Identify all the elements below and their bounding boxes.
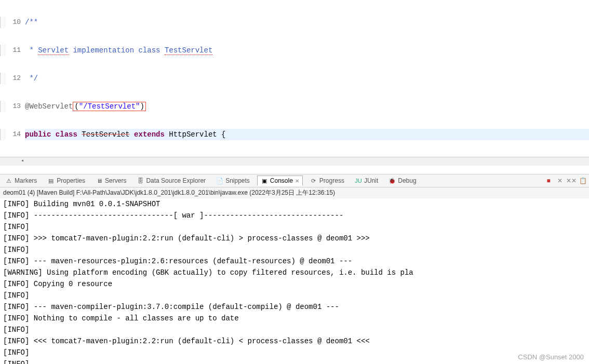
tab-properties[interactable]: ▤Properties xyxy=(44,176,88,185)
comment-mid: implementation class xyxy=(69,46,165,55)
word-servlet: Servlet xyxy=(38,46,69,55)
properties-icon: ▤ xyxy=(47,177,55,184)
tab-snippets[interactable]: 📄Snippets xyxy=(213,176,253,185)
tab-label: JUnit xyxy=(364,177,378,184)
servers-icon: 🖥 xyxy=(96,177,103,184)
junit-icon: JU xyxy=(355,177,362,184)
console-launch-info: deom01 (4) [Maven Build] F:\All-Path\Jav… xyxy=(0,187,589,198)
tab-label: Console xyxy=(270,177,293,184)
console-line: [INFO] xyxy=(3,290,586,301)
paren: ) xyxy=(140,102,144,111)
pin-icon[interactable]: 📋 xyxy=(579,177,587,185)
code-editor[interactable]: 10 /** 11 * Servlet implementation class… xyxy=(0,0,589,174)
console-line: [WARNING] Using platform encoding (GBK a… xyxy=(3,267,586,278)
console-line: [INFO] <<< tomcat7-maven-plugin:2.2:run … xyxy=(3,335,586,347)
gutter xyxy=(0,73,5,84)
line-number: 11 xyxy=(5,45,25,56)
word-testservlet: TestServlet xyxy=(165,46,212,55)
remove-launch-icon[interactable]: ✕ xyxy=(556,177,564,185)
line-number: 10 xyxy=(5,17,25,28)
classname: TestServlet xyxy=(82,130,129,139)
console-line: [INFO] >>> tomcat7-maven-plugin:2.2:run … xyxy=(3,233,586,244)
tab-markers[interactable]: ⚠Markers xyxy=(2,176,40,185)
console-line: [INFO] xyxy=(3,244,586,255)
tab-progress[interactable]: ⟳Progress xyxy=(307,176,347,185)
line-number: 12 xyxy=(5,73,25,84)
comment-prefix: * xyxy=(25,46,38,55)
database-icon: 🗄 xyxy=(137,177,144,184)
code-text: * Servlet implementation class TestServl… xyxy=(25,45,589,56)
tab-label: Servers xyxy=(105,177,126,184)
progress-icon: ⟳ xyxy=(310,177,317,184)
tab-data-source[interactable]: 🗄Data Source Explorer xyxy=(133,176,209,185)
console-line: [INFO] xyxy=(3,358,586,364)
code-text: /** xyxy=(25,17,589,28)
console-line: [INFO] Nothing to compile - all classes … xyxy=(3,313,586,324)
console-line: [INFO] --------------------------------[… xyxy=(3,210,586,221)
code-text: @WebServlet("/TestServlet") xyxy=(25,101,589,112)
tab-label: Markers xyxy=(15,177,37,184)
tab-console[interactable]: ▣Console ✕ xyxy=(257,176,303,186)
tab-servers[interactable]: 🖥Servers xyxy=(92,176,129,185)
tab-label: Debug xyxy=(398,177,416,184)
tab-label: Properties xyxy=(57,177,85,184)
terminate-icon[interactable]: ■ xyxy=(544,177,553,185)
close-icon[interactable]: ✕ xyxy=(295,178,299,184)
code-text: public class TestServlet extends HttpSer… xyxy=(25,129,589,140)
horizontal-scrollbar[interactable] xyxy=(0,157,589,166)
gutter xyxy=(0,17,5,28)
superclass: HttpServlet { xyxy=(169,130,225,139)
views-tab-bar: ⚠Markers ▤Properties 🖥Servers 🗄Data Sour… xyxy=(0,174,589,187)
annotation-webservlet: @WebServlet xyxy=(25,102,73,111)
kw-public: public xyxy=(25,130,51,139)
tab-label: Data Source Explorer xyxy=(146,177,206,184)
watermark: CSDN @Sunset 2000 xyxy=(518,353,584,361)
gutter xyxy=(0,45,5,56)
line-number: 13 xyxy=(5,101,25,112)
console-output[interactable]: [INFO] Building mvn01 0.0.1-SNAPSHOT[INF… xyxy=(0,198,589,364)
markers-icon: ⚠ xyxy=(5,177,12,184)
string-literal: "/TestServlet" xyxy=(79,102,140,111)
console-line: [INFO] xyxy=(3,324,586,335)
tab-label: Progress xyxy=(319,177,344,184)
highlight-box: ("/TestServlet") xyxy=(73,102,145,111)
kw-extends: extends xyxy=(134,130,165,139)
remove-all-icon[interactable]: ✕✕ xyxy=(567,177,575,185)
console-line: [INFO] xyxy=(3,347,586,358)
code-text: */ xyxy=(25,73,589,84)
line-number: 14 xyxy=(5,129,25,140)
tab-label: Snippets xyxy=(225,177,250,184)
gutter xyxy=(0,101,5,112)
console-line: [INFO] --- maven-compiler-plugin:3.7.0:c… xyxy=(3,301,586,313)
console-line: [INFO] Building mvn01 0.0.1-SNAPSHOT xyxy=(3,198,586,210)
kw-class: class xyxy=(56,130,77,139)
console-toolbar: ■ ✕ ✕✕ 📋 xyxy=(544,177,587,185)
snippets-icon: 📄 xyxy=(216,177,223,184)
console-line: [INFO] --- maven-resources-plugin:2.6:re… xyxy=(3,255,586,267)
console-icon: ▣ xyxy=(261,177,268,184)
gutter xyxy=(0,129,5,140)
bug-icon: 🐞 xyxy=(389,177,396,184)
tab-junit[interactable]: JUJUnit xyxy=(352,176,381,185)
console-line: [INFO] Copying 0 resource xyxy=(3,278,586,290)
comment-end: */ xyxy=(29,74,38,83)
paren: ( xyxy=(74,102,78,111)
console-line: [INFO] xyxy=(3,221,586,233)
tab-debug[interactable]: 🐞Debug xyxy=(385,176,419,185)
